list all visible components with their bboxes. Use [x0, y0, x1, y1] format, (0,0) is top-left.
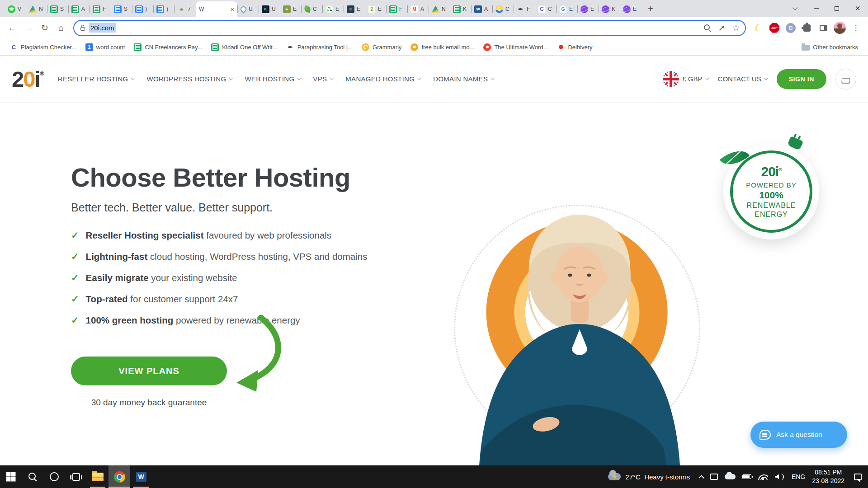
url-text[interactable]: 20i.com [89, 23, 116, 33]
taskbar-app[interactable] [43, 465, 65, 488]
chevron-down-icon [417, 76, 422, 80]
browser-tab[interactable]: F [90, 1, 111, 17]
bookmark-item[interactable]: word count [82, 42, 129, 53]
browser-tab[interactable]: E [280, 1, 301, 17]
other-bookmarks[interactable]: Other bookmarks [798, 42, 862, 52]
bookmark-item[interactable]: Plagiarism Checker... [6, 42, 80, 53]
browser-tab[interactable]: C [301, 1, 322, 17]
dark-mode-extension-icon[interactable]: ☾ [750, 20, 766, 36]
bookmark-item[interactable]: CN Freelancers Pay... [130, 42, 206, 53]
browser-tab[interactable]: E [344, 1, 365, 17]
browser-tab[interactable]: F [386, 1, 407, 17]
browser-tab[interactable]: C [492, 1, 514, 17]
browser-tab[interactable]: E [365, 1, 386, 17]
back-button[interactable]: ← [5, 20, 20, 36]
browser-tab[interactable]: V [5, 1, 26, 17]
restore-button[interactable] [826, 0, 847, 17]
browser-tab[interactable]: A [68, 1, 90, 17]
browser-tab[interactable]: F [514, 1, 535, 17]
action-center-icon[interactable] [854, 474, 862, 480]
docs-icon [135, 5, 143, 13]
browser-tab[interactable]: A [471, 1, 492, 17]
browser-tab[interactable]: S [111, 1, 132, 17]
site-logo[interactable]: 20i® [12, 66, 44, 92]
browser-tab[interactable]: E [556, 1, 577, 17]
bookmark-item[interactable]: free bulk email mo... [407, 42, 478, 53]
bookmark-item[interactable]: The Ultimate Word... [480, 42, 552, 53]
browser-tab[interactable]: ) [132, 1, 153, 17]
reload-button[interactable]: ↻ [37, 20, 52, 36]
grammarly-icon [362, 43, 369, 51]
share-icon[interactable]: ↗ [715, 22, 728, 34]
browser-tab[interactable]: U [237, 1, 259, 17]
browser-tab[interactable]: E [577, 1, 599, 17]
browser-tab[interactable]: U [259, 1, 280, 17]
main-nav-item[interactable]: WORDPRESS HOSTING [146, 75, 232, 83]
browser-tab[interactable]: 7 [175, 1, 196, 17]
browser-tab[interactable]: W [196, 1, 237, 17]
lock-icon[interactable] [80, 27, 85, 31]
bookmark-star-icon[interactable]: ☆ [730, 22, 742, 34]
close-button[interactable] [847, 0, 868, 17]
view-plans-button[interactable]: VIEW PLANS [71, 357, 227, 385]
main-nav-item[interactable]: RESELLER HOSTING [58, 75, 135, 83]
browser-tab[interactable]: K [599, 1, 620, 17]
home-button[interactable]: ⌂ [53, 20, 69, 36]
taskbar-app[interactable] [108, 465, 130, 488]
onedrive-icon[interactable] [725, 474, 736, 479]
adblock-extension-icon[interactable]: ABP [767, 20, 782, 36]
check-icon [71, 294, 79, 305]
show-hidden-icons-chevron[interactable] [698, 475, 704, 481]
tablet-mode-icon[interactable] [710, 474, 718, 480]
bookmark-item[interactable]: Delhivery [553, 42, 596, 53]
bookmark-item[interactable]: Paraphrasing Tool |... [283, 42, 356, 53]
forward-button[interactable]: → [21, 20, 36, 36]
bookmark-item[interactable]: Kidadl One Off Writ... [208, 42, 281, 53]
taskbar-app[interactable] [65, 465, 87, 488]
currency-selector[interactable]: £ GBP [663, 71, 708, 87]
weather-widget[interactable]: 27°C Heavy t-storms [605, 473, 693, 481]
side-panel-icon[interactable] [816, 20, 831, 36]
volume-icon[interactable] [775, 474, 785, 480]
taskbar-app[interactable] [0, 465, 22, 488]
ask-a-question-button[interactable]: Ask a question [750, 422, 847, 448]
minimize-button[interactable] [806, 0, 826, 17]
taskbar-app[interactable] [87, 465, 108, 488]
main-nav-item[interactable]: MANAGED HOSTING [345, 75, 421, 83]
main-nav-item[interactable]: VPS [313, 75, 333, 83]
browser-tab[interactable]: A [407, 1, 429, 17]
browser-tab[interactable]: N [26, 1, 47, 17]
browser-tab[interactable]: ) [153, 1, 175, 17]
grammarly-extension-icon[interactable]: G [783, 20, 798, 36]
curved-arrow-decoration [228, 314, 292, 400]
browser-tab[interactable]: C [535, 1, 556, 17]
main-nav-item[interactable]: DOMAIN NAMES [433, 75, 494, 83]
taskbar-app[interactable] [130, 465, 152, 488]
browser-tab[interactable]: K [450, 1, 471, 17]
browser-tab[interactable]: E [322, 1, 344, 17]
browser-menu-icon[interactable]: ⋮ [848, 20, 863, 36]
profile-avatar[interactable] [832, 20, 847, 36]
clock[interactable]: 08:51 PM 23-08-2022 [812, 468, 844, 485]
sign-in-button[interactable]: SIGN IN [777, 69, 826, 89]
browser-tab[interactable]: E [620, 1, 641, 17]
zoom-icon[interactable] [704, 24, 710, 30]
contact-us-menu[interactable]: CONTACT US [718, 75, 768, 83]
battery-icon[interactable] [742, 474, 751, 479]
tab-close-icon[interactable] [230, 6, 234, 13]
tab-search-button[interactable] [785, 0, 806, 17]
reddot-icon [557, 43, 565, 51]
checklist-item: Top-rated for customer support 24x7 [71, 294, 367, 305]
bookmark-item[interactable]: Grammarly [358, 42, 405, 53]
browser-tab[interactable]: N [429, 1, 450, 17]
cart-button[interactable] [835, 69, 856, 89]
bookmark-label: Kidadl One Off Writ... [222, 44, 277, 51]
browser-tab[interactable]: S [47, 1, 68, 17]
taskbar-app[interactable] [22, 465, 43, 488]
new-tab-button[interactable]: + [644, 2, 657, 15]
language-indicator[interactable]: ENG [792, 473, 805, 480]
extensions-puzzle-icon[interactable] [799, 20, 815, 36]
wifi-icon[interactable] [758, 474, 768, 480]
main-nav-item[interactable]: WEB HOSTING [245, 75, 301, 83]
address-bar[interactable]: 20i.com ↗ ☆ [73, 20, 746, 36]
